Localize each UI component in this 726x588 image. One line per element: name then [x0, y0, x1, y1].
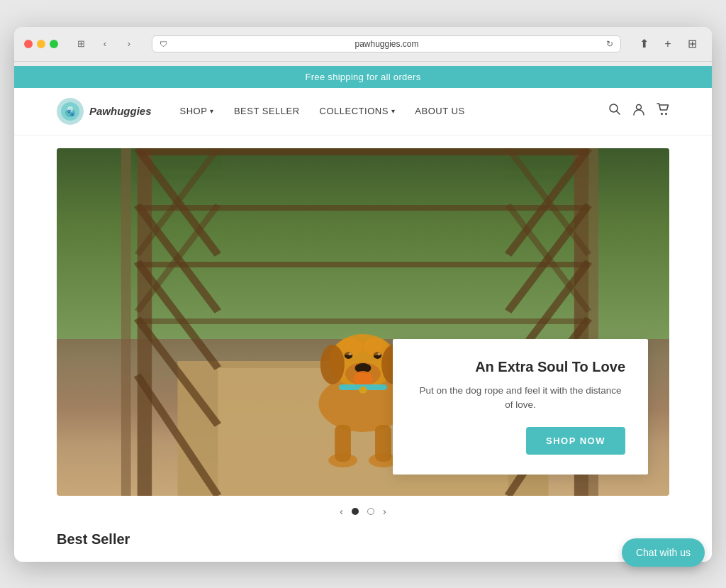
svg-point-43: [359, 387, 367, 394]
user-icon: [632, 103, 645, 116]
carousel-dot-2[interactable]: [367, 508, 374, 515]
svg-point-7: [661, 113, 663, 115]
svg-rect-30: [138, 205, 589, 211]
browser-titlebar: ⊞ ‹ › 🛡 pawhuggies.com ↻ ⬆ + ⊞: [24, 34, 702, 54]
logo-link[interactable]: 🐾 Pawhuggies: [57, 98, 152, 125]
svg-rect-12: [121, 148, 131, 496]
svg-text:🐾: 🐾: [67, 109, 75, 117]
url-text: pawhuggies.com: [173, 39, 601, 49]
search-button[interactable]: [608, 103, 621, 119]
search-icon: [608, 103, 621, 116]
site-content: Free shipping for all orders 🐾 Pawhuggie…: [14, 66, 712, 562]
address-bar[interactable]: 🛡 pawhuggies.com ↻: [152, 35, 621, 52]
best-seller-section: Best Seller: [14, 524, 712, 562]
share-button[interactable]: ⬆: [634, 34, 654, 54]
close-button[interactable]: [24, 40, 33, 48]
new-tab-button[interactable]: +: [658, 34, 678, 54]
svg-line-5: [617, 111, 620, 115]
nav-about-us[interactable]: ABOUT US: [415, 106, 464, 116]
hero-card-title: An Extra Soul To Love: [415, 359, 625, 375]
nav-best-seller[interactable]: BEST SELLER: [234, 106, 300, 116]
announcement-text: Free shipping for all orders: [305, 72, 420, 82]
back-button[interactable]: ‹: [95, 36, 115, 52]
reload-button[interactable]: ↻: [606, 39, 613, 49]
carousel-prev-button[interactable]: ‹: [340, 506, 343, 517]
carousel-dot-1[interactable]: [352, 508, 359, 515]
traffic-lights: [24, 40, 58, 48]
forward-button[interactable]: ›: [119, 36, 139, 52]
collections-chevron-icon: ▾: [391, 107, 396, 115]
carousel-controls: ‹ ›: [57, 496, 669, 524]
svg-point-6: [637, 105, 642, 110]
security-icon: 🛡: [160, 40, 167, 48]
main-nav: 🐾 Pawhuggies SHOP ▾ BEST SELLER COLLECTI…: [14, 88, 712, 135]
browser-chrome: ⊞ ‹ › 🛡 pawhuggies.com ↻ ⬆ + ⊞: [14, 27, 712, 62]
nav-icons: [608, 103, 669, 119]
chat-button[interactable]: Chat with us: [622, 538, 705, 567]
account-button[interactable]: [632, 103, 645, 119]
cart-icon: [657, 103, 669, 116]
hero-image: An Extra Soul To Love Put on the dog rop…: [57, 148, 669, 496]
shop-now-button[interactable]: SHOP NOW: [526, 427, 625, 455]
svg-rect-46: [335, 425, 351, 462]
svg-point-48: [339, 338, 363, 355]
svg-rect-29: [138, 148, 589, 155]
svg-rect-32: [138, 318, 589, 324]
cart-button[interactable]: [657, 103, 669, 119]
svg-point-8: [665, 113, 667, 115]
best-seller-title: Best Seller: [57, 531, 669, 548]
logo-text: Pawhuggies: [89, 105, 152, 117]
maximize-button[interactable]: [50, 40, 58, 48]
sidebar-toggle-button[interactable]: ⊞: [71, 36, 91, 52]
announcement-bar: Free shipping for all orders: [14, 66, 712, 88]
svg-rect-31: [138, 262, 589, 267]
grid-button[interactable]: ⊞: [682, 34, 702, 54]
svg-rect-47: [375, 425, 391, 462]
hero-card: An Extra Soul To Love Put on the dog rop…: [393, 339, 648, 475]
shop-chevron-icon: ▾: [210, 107, 214, 115]
nav-links: SHOP ▾ BEST SELLER COLLECTIONS ▾ ABOUT U…: [180, 106, 608, 116]
svg-point-50: [320, 345, 345, 384]
browser-window: ⊞ ‹ › 🛡 pawhuggies.com ↻ ⬆ + ⊞ Free ship…: [14, 27, 712, 562]
svg-point-49: [363, 338, 387, 355]
browser-actions: ⬆ + ⊞: [634, 34, 702, 54]
nav-shop[interactable]: SHOP ▾: [180, 106, 214, 116]
minimize-button[interactable]: [37, 40, 45, 48]
hero-card-subtitle: Put on the dog rope and feel it with the…: [415, 384, 625, 413]
nav-collections[interactable]: COLLECTIONS ▾: [320, 106, 396, 116]
carousel-next-button[interactable]: ›: [383, 506, 386, 517]
browser-controls: ⊞ ‹ ›: [71, 36, 139, 52]
hero-section: An Extra Soul To Love Put on the dog rop…: [57, 148, 669, 524]
logo-icon: 🐾: [57, 98, 84, 125]
